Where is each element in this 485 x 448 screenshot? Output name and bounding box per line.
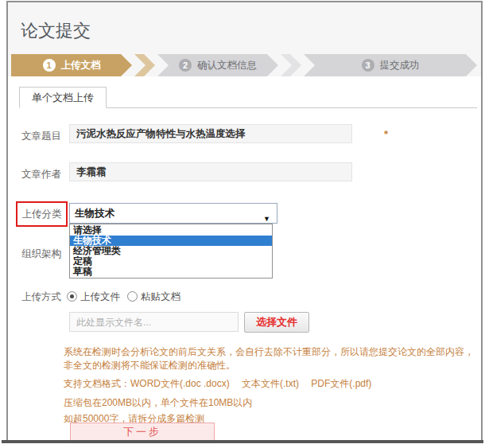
notice-line: 系统在检测时会分析论文的前后文关系，会自行去除不计重部分，所以请您提交论文的全部… xyxy=(64,345,474,359)
step-number-badge: 2 xyxy=(179,59,192,72)
notice-line: 压缩包在200MB以内，单个文件在10MB以内 xyxy=(64,396,252,410)
chevron-separator-icon xyxy=(281,54,301,76)
notice-line: 支持文档格式：WORD文件(.doc .docx) 文本文件(.txt) PDF… xyxy=(64,377,371,391)
upload-category-select[interactable]: 生物技术 ▼ xyxy=(69,203,277,224)
article-author-input[interactable] xyxy=(69,162,352,181)
category-option[interactable]: 请选择 xyxy=(70,225,272,236)
radio-paste-document[interactable] xyxy=(127,291,138,302)
radio-upload-file[interactable] xyxy=(67,291,77,302)
step-number-badge: 1 xyxy=(43,59,56,72)
chevron-separator-icon xyxy=(134,54,155,76)
step-label: 确认文档信息 xyxy=(197,59,257,72)
category-option[interactable]: 草稿 xyxy=(70,267,272,277)
step-number-badge: 3 xyxy=(362,59,374,72)
category-option[interactable]: 定稿 xyxy=(70,256,272,267)
category-label-highlight-box: 上传分类 xyxy=(16,201,68,227)
step-label: 提交成功 xyxy=(380,59,420,72)
file-name-input[interactable] xyxy=(69,312,239,332)
tab-bar: 单个文档上传 xyxy=(19,87,477,108)
article-author-label: 文章作者 xyxy=(21,168,61,181)
step-submit-success: 3 提交成功 xyxy=(304,54,477,76)
step-label: 上传文档 xyxy=(61,59,101,72)
tab-single-document-upload[interactable]: 单个文档上传 xyxy=(19,87,107,108)
step-upload-document: 1 上传文档 xyxy=(11,54,132,76)
progress-stepper: 1 上传文档 2 确认文档信息 3 提交成功 xyxy=(11,54,477,76)
category-option-highlighted[interactable]: 生物技术 xyxy=(70,236,272,246)
upload-category-label: 上传分类 xyxy=(22,208,62,221)
upload-method-label: 上传方式 xyxy=(21,290,61,304)
page-title: 论文提交 xyxy=(21,19,91,43)
organization-label: 组织架构 xyxy=(21,247,61,261)
category-dropdown-list: 请选择 生物技术 经济管理类 定稿 草稿 xyxy=(69,224,273,279)
step-confirm-info: 2 确认文档信息 xyxy=(157,54,278,76)
next-step-button[interactable]: 下一步 xyxy=(70,423,215,442)
choose-file-button[interactable]: 选择文件 xyxy=(244,312,309,333)
article-title-input[interactable] xyxy=(69,124,352,143)
radio-paste-document-label: 粘贴文档 xyxy=(141,290,180,304)
required-asterisk: * xyxy=(384,128,388,140)
category-option[interactable]: 经济管理类 xyxy=(70,246,272,256)
radio-upload-file-label: 上传文件 xyxy=(80,290,120,304)
bottom-edge-divider xyxy=(2,440,483,443)
notice-line: 非全文的检测将不能保证检测的准确性。 xyxy=(64,359,235,372)
paper-submission-page: 论文提交 1 上传文档 2 确认文档信息 3 提交成功 单个文档上传 文章题目 … xyxy=(0,0,485,448)
selected-category-value: 生物技术 xyxy=(75,208,114,219)
article-title-label: 文章题目 xyxy=(21,130,61,143)
